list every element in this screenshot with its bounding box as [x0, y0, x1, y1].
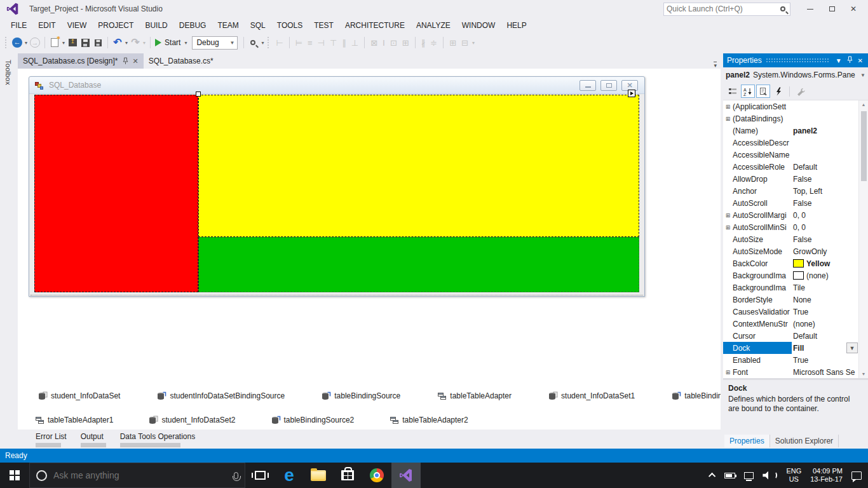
panel-green[interactable] — [198, 237, 639, 292]
alphabetical-sort-button[interactable]: AZ — [741, 85, 755, 98]
property-row-anchor[interactable]: AnchorTop, Left — [723, 185, 858, 197]
tab-list-dropdown-icon[interactable]: ▾ — [714, 62, 717, 69]
component-tableBindingSource2[interactable]: tableBindingSource2 — [271, 416, 355, 425]
dropdown-button[interactable]: ▼ — [846, 342, 858, 353]
property-row-name[interactable]: (Name)panel2 — [723, 125, 858, 137]
minimize-button[interactable] — [799, 1, 821, 17]
events-view-button[interactable] — [771, 85, 785, 98]
property-row-applicationsett[interactable]: ⊞(ApplicationSett — [723, 100, 858, 112]
property-row-enabled[interactable]: EnabledTrue — [723, 354, 858, 366]
tab-design-view[interactable]: SQL_Database.cs [Design]* ✕ — [18, 53, 144, 69]
property-row-autoscroll[interactable]: AutoScrollFalse — [723, 197, 858, 209]
menu-sql[interactable]: SQL — [245, 19, 271, 32]
navigate-back-dropdown-icon[interactable]: ▾ — [24, 40, 29, 46]
property-row-backcolor[interactable]: BackColorYellow — [723, 257, 858, 269]
component-tableTableAdapter2[interactable]: tableTableAdapter2 — [390, 416, 468, 425]
tool-tab-solution-explorer[interactable]: Solution Explorer — [770, 435, 839, 447]
property-row-dock[interactable]: DockFill▼ — [723, 342, 858, 354]
window-position-dropdown-icon[interactable]: ▼ — [833, 57, 844, 64]
menu-help[interactable]: HELP — [501, 19, 532, 32]
find-in-files-button[interactable] — [247, 36, 260, 50]
property-row-font[interactable]: ⊞FontMicrosoft Sans Se — [723, 366, 858, 378]
menu-tools[interactable]: TOOLS — [271, 19, 308, 32]
network-icon[interactable] — [744, 472, 754, 479]
undo-button[interactable]: ↶ — [111, 36, 124, 50]
close-icon[interactable]: ✕ — [132, 57, 138, 65]
expand-icon[interactable]: ⊞ — [723, 224, 733, 231]
toolbar-overflow-icon[interactable]: ▾ — [260, 40, 265, 46]
property-row-autoscrollminsi[interactable]: ⊞AutoScrollMinSi0, 0 — [723, 221, 858, 233]
action-center-icon[interactable] — [851, 471, 862, 480]
bottom-tab-data-tools-operations[interactable]: Data Tools Operations — [120, 432, 196, 447]
property-row-autoscrollmargi[interactable]: ⊞AutoScrollMargi0, 0 — [723, 209, 858, 221]
bottom-tab-output[interactable]: Output — [81, 432, 106, 447]
selection-handle[interactable] — [196, 92, 201, 97]
chevron-down-icon[interactable]: ▼ — [227, 40, 237, 46]
property-row-contextmenustr[interactable]: ContextMenuStr(none) — [723, 318, 858, 330]
start-debug-button[interactable]: Start ▾ — [154, 36, 189, 50]
close-icon[interactable]: ✕ — [855, 57, 865, 64]
component-studentInfoDataSetBindingSource[interactable]: studentInfoDataSetBindingSource — [157, 391, 285, 401]
property-row-accessiblename[interactable]: AccessibleName — [723, 149, 858, 161]
menu-edit[interactable]: EDIT — [32, 19, 61, 32]
taskbar-search-input[interactable] — [53, 470, 230, 480]
bottom-tab-error-list[interactable]: Error List — [36, 432, 67, 447]
chevron-down-icon[interactable]: ▼ — [860, 72, 865, 78]
undo-dropdown-icon[interactable]: ▾ — [124, 40, 129, 46]
speaker-icon[interactable] — [763, 471, 771, 480]
component-tableTableAdapter1[interactable]: tableTableAdapter1 — [35, 416, 113, 425]
properties-view-button[interactable] — [756, 85, 770, 98]
component-tableBindingSource[interactable]: tableBindingSource — [322, 391, 400, 401]
pin-icon[interactable] — [844, 56, 855, 65]
expand-icon[interactable]: ⊞ — [723, 104, 733, 110]
open-file-button[interactable] — [66, 36, 79, 50]
cortana-search-box[interactable] — [29, 463, 245, 488]
menu-project[interactable]: PROJECT — [92, 19, 139, 32]
menu-architecture[interactable]: ARCHITECTURE — [339, 19, 410, 32]
property-row-borderstyle[interactable]: BorderStyleNone — [723, 294, 858, 306]
vertical-scrollbar[interactable]: ▲ ▼ — [858, 100, 868, 378]
property-row-causesvalidatior[interactable]: CausesValidatiorTrue — [723, 306, 858, 318]
start-dropdown-icon[interactable]: ▾ — [183, 40, 188, 46]
toolbox-collapsed-panel[interactable]: Toolbox — [0, 53, 18, 449]
property-row-allowdrop[interactable]: AllowDropFalse — [723, 173, 858, 185]
tab-code-view[interactable]: SQL_Database.cs* — [144, 53, 219, 69]
property-row-backgroundima[interactable]: BackgroundImaTile — [723, 281, 858, 294]
chrome-app-button[interactable] — [362, 463, 391, 488]
expand-icon[interactable]: ⊞ — [723, 116, 733, 122]
property-row-cursor[interactable]: CursorDefault — [723, 330, 858, 342]
clock[interactable]: 04:09 PM 13-Feb-17 — [810, 467, 843, 484]
new-project-dropdown-icon[interactable]: ▾ — [61, 40, 66, 46]
menu-build[interactable]: BUILD — [139, 19, 173, 32]
menu-debug[interactable]: DEBUG — [173, 19, 212, 32]
save-all-button[interactable] — [92, 36, 104, 50]
quick-launch-box[interactable] — [663, 3, 790, 16]
property-row-autosizemode[interactable]: AutoSizeModeGrowOnly — [723, 245, 858, 257]
restore-button[interactable] — [821, 1, 843, 17]
object-selector-combobox[interactable]: panel2 System.Windows.Forms.Pane ▼ — [723, 67, 868, 83]
task-view-button[interactable] — [245, 463, 275, 488]
edge-app-button[interactable]: e — [275, 463, 304, 488]
scroll-up-icon[interactable]: ▲ — [862, 100, 866, 109]
quick-launch-input[interactable] — [667, 4, 780, 13]
property-row-autosize[interactable]: AutoSizeFalse — [723, 233, 858, 245]
menu-view[interactable]: VIEW — [62, 19, 93, 32]
store-app-button[interactable] — [333, 463, 362, 488]
battery-icon[interactable] — [724, 473, 735, 478]
close-button[interactable]: ✕ — [843, 1, 864, 17]
component-student_InfoDataSet2[interactable]: student_InfoDataSet2 — [149, 416, 235, 425]
new-project-button[interactable] — [48, 36, 61, 50]
menu-test[interactable]: TEST — [308, 19, 339, 32]
debug-configuration-combobox[interactable]: Debug ▼ — [192, 36, 238, 50]
property-row-backgroundima[interactable]: BackgroundIma(none) — [723, 269, 858, 281]
menu-team[interactable]: TEAM — [212, 19, 244, 32]
property-row-accessibledescr[interactable]: AccessibleDescr — [723, 137, 858, 149]
navigate-back-button[interactable]: ← — [11, 36, 24, 50]
panel-yellow-panel2[interactable] — [198, 95, 639, 237]
panel-red[interactable] — [34, 95, 198, 292]
menu-file[interactable]: FILE — [5, 19, 32, 32]
menu-analyze[interactable]: ANALYZE — [410, 19, 456, 32]
tool-tab-properties[interactable]: Properties — [724, 435, 770, 447]
form-designer-surface[interactable]: SQL_Database ✕ student_InfoDataSetstuden… — [18, 69, 721, 430]
component-tableBindingSource1[interactable]: tableBindingSource1 — [672, 391, 721, 401]
